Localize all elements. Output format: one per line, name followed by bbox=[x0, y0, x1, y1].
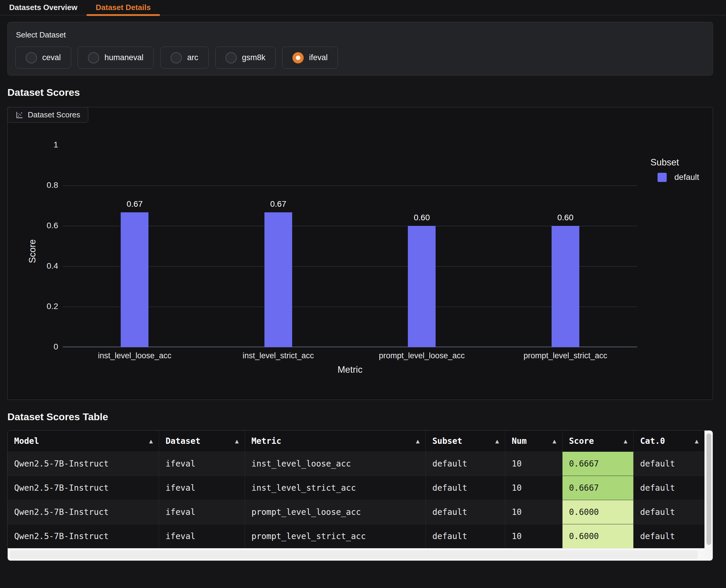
y-tick-label: 0.6 bbox=[23, 221, 58, 230]
cell-metric: inst_level_strict_acc bbox=[245, 476, 426, 500]
gridline bbox=[63, 266, 637, 267]
y-axis-title: Score bbox=[27, 239, 38, 263]
x-axis-line bbox=[63, 346, 637, 348]
table-row[interactable]: Qwen2.5-7B-Instruct ifeval prompt_level_… bbox=[8, 500, 704, 524]
chart-panel-tab-label: Dataset Scores bbox=[28, 110, 80, 120]
radio-icon[interactable] bbox=[225, 52, 237, 63]
column-header-cat0[interactable]: Cat.0▲ bbox=[633, 430, 704, 451]
dataset-radio-group: ceval humaneval arc gsm8k ifeval bbox=[15, 47, 705, 69]
y-tick-label: 0.4 bbox=[23, 261, 58, 271]
cell-model: Qwen2.5-7B-Instruct bbox=[8, 476, 159, 500]
legend-entry-default[interactable]: default bbox=[658, 172, 699, 182]
column-header-subset[interactable]: Subset▲ bbox=[426, 430, 505, 451]
tab-datasets-overview[interactable]: Datasets Overview bbox=[0, 0, 86, 15]
horizontal-scrollbar-thumb[interactable] bbox=[10, 550, 698, 559]
bar-value-label: 0.60 bbox=[536, 213, 595, 222]
plot-area: 00.20.40.60.810.67inst_level_loose_acc0.… bbox=[63, 145, 637, 347]
column-header-label: Metric bbox=[251, 436, 281, 446]
y-tick-label: 0.2 bbox=[23, 302, 58, 311]
cell-model: Qwen2.5-7B-Instruct bbox=[8, 451, 159, 476]
bar-value-label: 0.60 bbox=[392, 213, 451, 222]
x-tick-label: prompt_level_loose_acc bbox=[357, 351, 487, 360]
cell-num: 10 bbox=[505, 451, 562, 476]
column-header-num[interactable]: Num▲ bbox=[505, 430, 562, 451]
cell-metric: inst_level_loose_acc bbox=[245, 451, 426, 476]
radio-icon[interactable] bbox=[170, 52, 182, 63]
radio-option-label: ceval bbox=[42, 53, 61, 62]
table-row[interactable]: Qwen2.5-7B-Instruct ifeval prompt_level_… bbox=[8, 524, 704, 548]
cell-score: 0.6667 bbox=[562, 476, 633, 500]
radio-icon[interactable] bbox=[88, 52, 99, 63]
radio-option-label: humaneval bbox=[104, 53, 143, 62]
sort-arrow-icon[interactable]: ▲ bbox=[624, 438, 627, 445]
sort-arrow-icon[interactable]: ▲ bbox=[235, 438, 239, 445]
table-row[interactable]: Qwen2.5-7B-Instruct ifeval inst_level_lo… bbox=[8, 451, 704, 476]
cell-model: Qwen2.5-7B-Instruct bbox=[8, 500, 159, 524]
column-header-model[interactable]: Model▲ bbox=[8, 430, 159, 451]
column-header-label: Subset bbox=[432, 436, 462, 446]
radio-option-gsm8k[interactable]: gsm8k bbox=[215, 47, 276, 69]
radio-option-label: arc bbox=[187, 53, 198, 62]
radio-option-humaneval[interactable]: humaneval bbox=[78, 47, 154, 69]
column-header-score[interactable]: Score▲ bbox=[562, 430, 633, 451]
radio-option-ceval[interactable]: ceval bbox=[15, 47, 71, 69]
legend-swatch bbox=[658, 173, 667, 182]
radio-option-label: ifeval bbox=[309, 53, 328, 62]
cell-num: 10 bbox=[505, 524, 562, 548]
chart-legend: Subset default bbox=[650, 157, 699, 182]
sort-arrow-icon[interactable]: ▲ bbox=[695, 438, 699, 445]
column-header-dataset[interactable]: Dataset▲ bbox=[159, 430, 245, 451]
cell-dataset: ifeval bbox=[159, 524, 245, 548]
sort-arrow-icon[interactable]: ▲ bbox=[495, 438, 499, 445]
sort-arrow-icon[interactable]: ▲ bbox=[552, 438, 556, 445]
vertical-scrollbar[interactable] bbox=[704, 430, 713, 561]
sort-arrow-icon[interactable]: ▲ bbox=[149, 438, 153, 445]
horizontal-scrollbar[interactable] bbox=[8, 548, 704, 561]
bar-value-label: 0.67 bbox=[249, 200, 308, 209]
y-tick-label: 0.8 bbox=[23, 181, 58, 190]
radio-option-arc[interactable]: arc bbox=[160, 47, 209, 69]
cell-subset: default bbox=[426, 500, 505, 524]
cell-num: 10 bbox=[505, 500, 562, 524]
cell-score: 0.6000 bbox=[562, 500, 633, 524]
cell-subset: default bbox=[426, 451, 505, 476]
sort-arrow-icon[interactable]: ▲ bbox=[416, 438, 420, 445]
radio-option-label: gsm8k bbox=[242, 53, 266, 62]
y-tick-label: 1 bbox=[23, 140, 58, 149]
cell-cat0: default bbox=[633, 451, 704, 476]
cell-cat0: default bbox=[633, 524, 704, 548]
select-dataset-panel: Select Dataset ceval humaneval arc gsm8k… bbox=[7, 22, 713, 76]
radio-option-ifeval[interactable]: ifeval bbox=[282, 47, 338, 69]
vertical-scrollbar-thumb[interactable] bbox=[707, 434, 711, 545]
tab-dataset-details[interactable]: Dataset Details bbox=[86, 0, 160, 15]
cell-subset: default bbox=[426, 524, 505, 548]
column-header-label: Model bbox=[14, 436, 39, 446]
cell-dataset: ifeval bbox=[159, 500, 245, 524]
scatter-chart-icon bbox=[15, 111, 24, 119]
gridline bbox=[63, 307, 637, 307]
column-header-metric[interactable]: Metric▲ bbox=[245, 430, 426, 451]
dataset-scores-chart-card: Dataset Scores Score Metric 00.20.40.60.… bbox=[7, 107, 713, 400]
chart-bar bbox=[264, 212, 292, 347]
cell-cat0: default bbox=[633, 500, 704, 524]
chart-panel-tab[interactable]: Dataset Scores bbox=[7, 107, 88, 123]
column-header-label: Score bbox=[569, 436, 594, 446]
gridline bbox=[63, 226, 637, 226]
table-row[interactable]: Qwen2.5-7B-Instruct ifeval inst_level_st… bbox=[8, 476, 704, 500]
cell-dataset: ifeval bbox=[159, 476, 245, 500]
cell-cat0: default bbox=[633, 476, 704, 500]
cell-num: 10 bbox=[505, 476, 562, 500]
radio-icon[interactable] bbox=[26, 52, 37, 63]
legend-title: Subset bbox=[650, 157, 699, 168]
radio-selected-icon[interactable] bbox=[293, 52, 304, 63]
cell-dataset: ifeval bbox=[159, 451, 245, 476]
cell-score: 0.6000 bbox=[562, 524, 633, 548]
cell-metric: prompt_level_strict_acc bbox=[245, 524, 426, 548]
x-axis-title: Metric bbox=[303, 364, 397, 375]
table-header-row: Model▲ Dataset▲ Metric▲ Subset▲ Num▲ Sco… bbox=[8, 430, 704, 451]
select-dataset-label: Select Dataset bbox=[16, 30, 705, 40]
column-header-label: Num bbox=[512, 436, 527, 446]
column-header-label: Dataset bbox=[165, 436, 200, 446]
cell-subset: default bbox=[426, 476, 505, 500]
dataset-scores-heading: Dataset Scores bbox=[7, 87, 726, 98]
